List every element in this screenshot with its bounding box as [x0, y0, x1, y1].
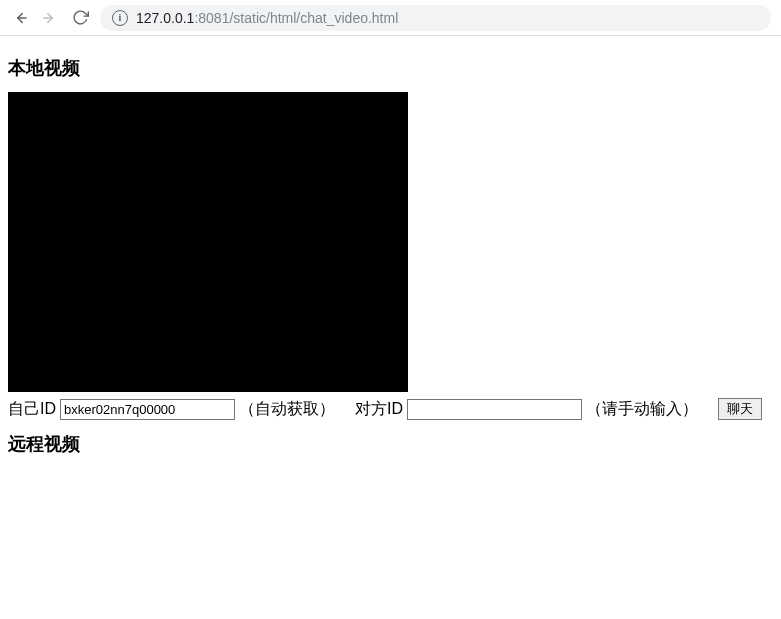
- info-icon: i: [112, 10, 128, 26]
- self-id-hint: （自动获取）: [239, 399, 335, 420]
- self-id-input[interactable]: [60, 399, 235, 420]
- other-id-hint: （请手动输入）: [586, 399, 698, 420]
- url-host: 127.0.0.1: [136, 10, 194, 26]
- address-bar[interactable]: i 127.0.0.1:8081/static/html/chat_video.…: [100, 5, 771, 31]
- remote-video-heading: 远程视频: [8, 432, 773, 456]
- chat-button[interactable]: 聊天: [718, 398, 762, 420]
- local-video-player[interactable]: [8, 92, 408, 392]
- browser-toolbar: i 127.0.0.1:8081/static/html/chat_video.…: [0, 0, 781, 36]
- self-id-label: 自己ID: [8, 399, 56, 420]
- controls-row: 自己ID （自动获取） 对方ID （请手动输入） 聊天: [8, 398, 773, 420]
- url-port: :8081: [194, 10, 229, 26]
- forward-button[interactable]: [40, 9, 60, 27]
- other-id-label: 对方ID: [355, 399, 403, 420]
- url-text: 127.0.0.1:8081/static/html/chat_video.ht…: [136, 10, 398, 26]
- url-path: /static/html/chat_video.html: [229, 10, 398, 26]
- back-button[interactable]: [10, 9, 30, 27]
- page-content: 本地视频 自己ID （自动获取） 对方ID （请手动输入） 聊天 远程视频: [0, 36, 781, 476]
- reload-button[interactable]: [70, 9, 90, 26]
- other-id-input[interactable]: [407, 399, 582, 420]
- local-video-heading: 本地视频: [8, 56, 773, 80]
